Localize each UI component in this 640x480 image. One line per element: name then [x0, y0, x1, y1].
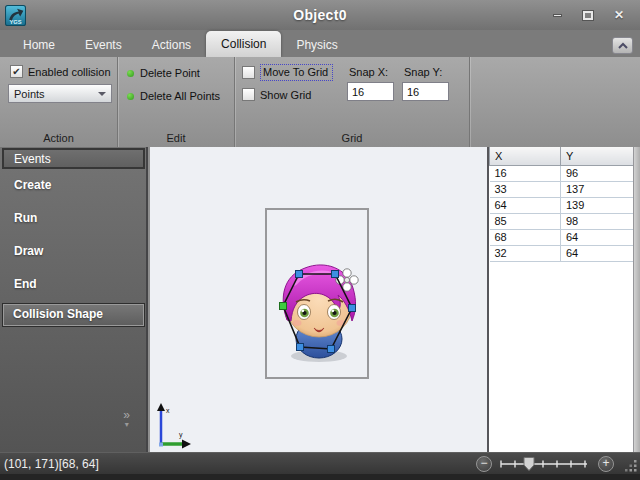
sidebar-item-run[interactable]: Run: [4, 211, 144, 225]
table-row: 32 64: [490, 245, 634, 261]
sidebar-item-draw[interactable]: Draw: [4, 244, 144, 258]
table-scrollbar[interactable]: [633, 147, 640, 452]
tab-physics[interactable]: Physics: [281, 33, 352, 57]
snap-x-label: Snap X:: [349, 66, 388, 78]
table-row: 33 137: [490, 181, 634, 197]
sidebar-item-create[interactable]: Create: [4, 178, 144, 192]
collision-polygon-overlay: [267, 210, 371, 381]
group-label-action: Action: [0, 132, 117, 144]
ribbon-group-grid: Move To Grid Show Grid Snap X: Snap Y: G…: [235, 57, 470, 147]
minimize-icon: [553, 14, 562, 17]
tab-events[interactable]: Events: [70, 33, 137, 57]
title-bar: YGS Object0 ✕: [0, 0, 640, 30]
cell-y[interactable]: 98: [561, 213, 634, 229]
collision-point-handle-selected[interactable]: [280, 303, 287, 310]
cell-y[interactable]: 64: [561, 245, 634, 261]
ribbon-group-action: ✔ Enabled collision Points Action: [0, 57, 118, 147]
collision-point-handle[interactable]: [297, 344, 304, 351]
collision-point-handle[interactable]: [349, 305, 356, 312]
window-title: Object0: [0, 7, 640, 23]
tab-actions[interactable]: Actions: [137, 33, 206, 57]
window-controls: ✕: [550, 9, 640, 21]
zoom-control: − +: [476, 456, 640, 472]
sprite-bounds-rect: [265, 208, 369, 379]
main-area: Events Create Run Draw End Collision Sha…: [0, 147, 640, 452]
snap-y-label: Snap Y:: [404, 66, 442, 78]
points-mode-value: Points: [14, 88, 45, 100]
delete-point-button[interactable]: Delete Point: [127, 67, 200, 79]
enabled-collision-checkbox[interactable]: ✔ Enabled collision: [10, 65, 111, 78]
checkbox-unchecked-icon: [242, 88, 255, 101]
delete-all-points-label: Delete All Points: [140, 90, 220, 102]
collision-point-handle[interactable]: [328, 346, 335, 353]
cell-x[interactable]: 64: [490, 197, 561, 213]
maximize-icon: [583, 11, 593, 20]
chevron-right-icon: »: [123, 410, 130, 420]
ribbon-tabs: Home Events Actions Collision Physics: [0, 30, 640, 57]
zoom-slider[interactable]: [499, 456, 591, 472]
cell-y[interactable]: 139: [561, 197, 634, 213]
close-icon: ✕: [614, 8, 624, 22]
zoom-out-button[interactable]: −: [476, 456, 492, 472]
resize-grip[interactable]: [625, 459, 638, 472]
tab-home[interactable]: Home: [8, 33, 70, 57]
cell-y[interactable]: 64: [561, 229, 634, 245]
show-grid-checkbox[interactable]: Show Grid: [242, 88, 311, 101]
cell-x[interactable]: 16: [490, 165, 561, 181]
points-mode-dropdown[interactable]: Points: [8, 84, 112, 103]
collision-point-handle[interactable]: [296, 271, 303, 278]
table-row: 16 96: [490, 165, 634, 181]
table-row: 85 98: [490, 213, 634, 229]
coordinates-status-text: (101, 171)[68, 64]: [0, 457, 99, 471]
chevron-down-icon: [98, 92, 106, 96]
column-header-y[interactable]: Y: [561, 147, 634, 165]
cell-x[interactable]: 32: [490, 245, 561, 261]
collision-point-handle[interactable]: [332, 271, 339, 278]
cell-y[interactable]: 96: [561, 165, 634, 181]
tab-collision[interactable]: Collision: [206, 31, 281, 57]
cell-y[interactable]: 137: [561, 181, 634, 197]
svg-text:y: y: [179, 431, 183, 439]
green-dot-icon: [127, 70, 134, 77]
move-to-grid-checkbox[interactable]: Move To Grid: [242, 64, 333, 81]
ribbon-empty-area: [470, 57, 640, 147]
sidebar-item-end[interactable]: End: [4, 277, 144, 291]
maximize-button[interactable]: [581, 9, 595, 21]
group-label-grid: Grid: [235, 132, 469, 144]
minimize-button[interactable]: [550, 9, 564, 21]
points-table: X Y 16 96 33 137 64 139: [489, 147, 634, 262]
ribbon: ✔ Enabled collision Points Action Delete…: [0, 57, 640, 147]
chevron-up-icon: [616, 41, 630, 51]
ribbon-group-edit: Delete Point Delete All Points Edit: [118, 57, 235, 147]
ribbon-collapse-button[interactable]: [612, 37, 633, 54]
snap-x-input[interactable]: [347, 82, 394, 101]
enabled-collision-label: Enabled collision: [28, 66, 111, 78]
close-button[interactable]: ✕: [612, 9, 626, 21]
delete-all-points-button[interactable]: Delete All Points: [127, 90, 220, 102]
svg-text:x: x: [166, 407, 170, 414]
snap-y-input[interactable]: [402, 82, 449, 101]
zoom-slider-thumb[interactable]: [524, 457, 534, 470]
cell-x[interactable]: 33: [490, 181, 561, 197]
table-row: 68 64: [490, 229, 634, 245]
sidebar-item-collision-shape[interactable]: Collision Shape: [2, 303, 145, 327]
checkbox-checked-icon: ✔: [10, 65, 23, 78]
zoom-in-button[interactable]: +: [598, 456, 614, 472]
window-bottom-edge: [0, 474, 640, 480]
cell-x[interactable]: 68: [490, 229, 561, 245]
points-table-panel: X Y 16 96 33 137 64 139: [487, 147, 640, 452]
collision-polygon: [283, 274, 352, 349]
cell-x[interactable]: 85: [490, 213, 561, 229]
status-bar: (101, 171)[68, 64] − +: [0, 452, 640, 474]
origin-axes-icon: x y: [153, 403, 195, 451]
app-window: YGS Object0 ✕ Home Events Actions Collis…: [0, 0, 640, 480]
delete-point-label: Delete Point: [140, 67, 200, 79]
sidebar-collapse-button[interactable]: » ▾: [123, 410, 130, 430]
edit-canvas[interactable]: x y: [150, 147, 487, 452]
sidebar: Events Create Run Draw End Collision Sha…: [0, 147, 148, 452]
green-dot-icon: [127, 93, 134, 100]
table-row: 64 139: [490, 197, 634, 213]
column-header-x[interactable]: X: [490, 147, 561, 165]
checkbox-unchecked-icon: [242, 66, 255, 79]
sidebar-item-events[interactable]: Events: [2, 148, 145, 169]
